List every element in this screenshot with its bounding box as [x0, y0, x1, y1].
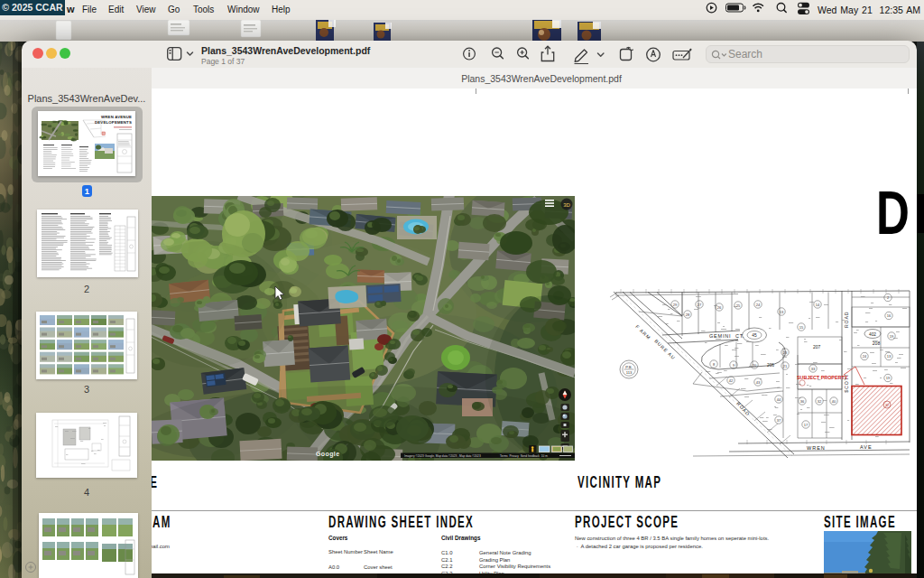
svg-text:207: 207 — [813, 344, 821, 350]
svg-text:36: 36 — [800, 398, 805, 403]
svg-text:208: 208 — [873, 340, 881, 346]
svg-text:32: 32 — [885, 403, 889, 406]
svg-text:20: 20 — [753, 362, 757, 367]
svg-text:P.B.: P.B. — [625, 364, 632, 368]
svg-text:3D: 3D — [563, 202, 570, 208]
svg-text:43: 43 — [756, 379, 761, 384]
svg-text:Google: Google — [316, 451, 340, 458]
svg-text:32: 32 — [818, 398, 822, 403]
svg-text:37: 37 — [777, 417, 781, 422]
svg-text:42: 42 — [729, 378, 734, 382]
svg-text:26: 26 — [717, 304, 722, 309]
svg-text:16: 16 — [887, 313, 892, 318]
svg-text:25: 25 — [736, 303, 741, 307]
svg-text:DEVELOPEMENTS: DEVELOPEMENTS — [95, 120, 132, 125]
svg-text:402: 402 — [869, 331, 876, 336]
svg-text:27: 27 — [698, 302, 702, 306]
svg-text:19: 19 — [886, 376, 891, 380]
svg-text:AVE: AVE — [860, 444, 873, 450]
svg-text:24: 24 — [863, 354, 867, 359]
svg-text:17: 17 — [804, 422, 808, 426]
svg-text:15: 15 — [799, 324, 804, 329]
svg-text:Imagery ©2023 Google, Map data: Imagery ©2023 Google, Map data ©2023 , M… — [404, 454, 481, 458]
svg-text:28: 28 — [686, 312, 690, 316]
svg-text:29: 29 — [673, 302, 678, 306]
svg-text:Terms Privacy Send feedback: Terms Privacy Send feedback 10 m — [500, 454, 548, 458]
svg-text:23: 23 — [783, 350, 788, 354]
svg-text:ROAD: ROAD — [844, 311, 849, 327]
svg-text:SUBJECT PROPERTY: SUBJECT PROPERTY — [797, 374, 848, 379]
svg-text:44: 44 — [777, 396, 781, 401]
svg-text:19: 19 — [890, 333, 894, 338]
svg-text:13: 13 — [887, 354, 892, 359]
svg-text:206: 206 — [767, 363, 774, 368]
svg-text:45: 45 — [752, 333, 757, 338]
svg-text:24: 24 — [756, 302, 761, 306]
svg-text:40: 40 — [832, 398, 836, 403]
svg-text:33: 33 — [811, 366, 816, 370]
svg-text:113: 113 — [626, 370, 633, 375]
svg-text:13: 13 — [780, 309, 784, 313]
svg-text:21: 21 — [783, 363, 788, 368]
svg-text:14: 14 — [816, 302, 820, 306]
svg-text:WREN: WREN — [807, 444, 826, 450]
svg-text:WREN AVENUE: WREN AVENUE — [101, 115, 132, 119]
svg-text:GEMINI CT.: GEMINI CT. — [709, 333, 745, 339]
